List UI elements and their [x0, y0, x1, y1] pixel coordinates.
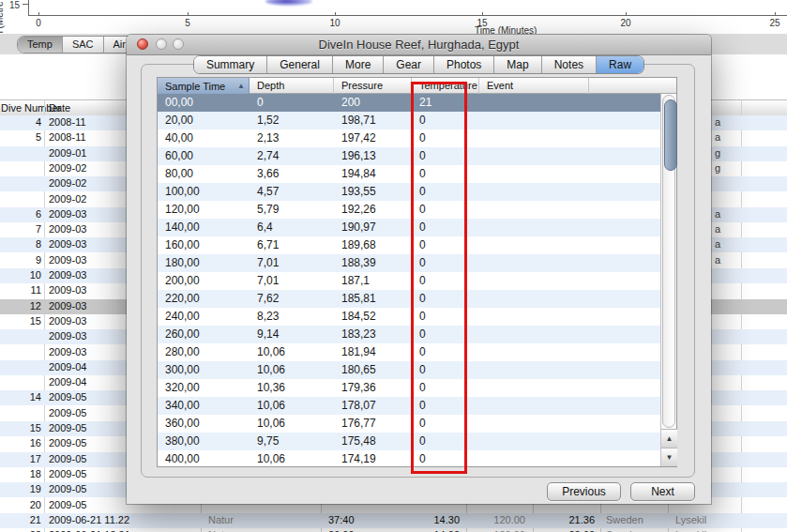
raw-sample-row[interactable]: 200,007,01187,10 — [158, 272, 660, 290]
dive-number-cell: 4 — [0, 116, 41, 128]
raw-sample-cell: 2,13 — [250, 129, 334, 147]
raw-sample-row[interactable]: 280,0010,06181,940 — [158, 343, 660, 361]
column-header-sample-time[interactable]: Sample Time ▲ — [158, 78, 250, 94]
dive-date-cell: 2009-03 — [49, 254, 86, 266]
tab-more[interactable]: More — [332, 56, 383, 73]
tab-general[interactable]: General — [266, 56, 332, 73]
previous-button[interactable]: Previous — [547, 482, 621, 501]
dive-list-col-date[interactable]: Date — [49, 102, 70, 114]
dive-number-cell: 6 — [0, 208, 41, 220]
raw-sample-cell — [479, 201, 589, 219]
raw-sample-cell: 6,71 — [250, 236, 334, 254]
dive-list-row[interactable]: 222009-06-21 13.31Natur36:0014.00120.002… — [0, 528, 787, 532]
raw-sample-cell — [589, 201, 660, 219]
raw-sample-cell: 6,4 — [250, 219, 334, 236]
vertical-scrollbar[interactable]: ▲ ▼ — [660, 94, 676, 466]
raw-sample-cell: 9,75 — [250, 433, 334, 450]
dive-date-cell: 2009-04 — [49, 376, 86, 388]
scroll-up-icon[interactable]: ▲ — [661, 429, 677, 448]
raw-sample-row[interactable]: 40,002,13197,420 — [158, 129, 660, 147]
raw-sample-cell — [479, 254, 589, 272]
raw-sample-row[interactable]: 360,0010,06176,770 — [158, 415, 660, 433]
raw-sample-cell: 184,52 — [334, 308, 412, 326]
tab-photos[interactable]: Photos — [433, 56, 493, 73]
dialog-titlebar[interactable]: DiveIn House Reef, Hurghada, Egypt — [127, 35, 711, 55]
column-header-depth[interactable]: Depth — [250, 78, 334, 94]
raw-sample-row[interactable]: 160,006,71189,680 — [158, 236, 660, 254]
raw-sample-row[interactable]: 00,00020021 — [158, 94, 660, 112]
raw-sample-row[interactable]: 60,002,74196,130 — [158, 147, 660, 165]
segment-sac[interactable]: SAC — [62, 37, 103, 53]
tab-summary[interactable]: Summary — [194, 56, 266, 73]
dive-number-cell: 21 — [0, 514, 41, 525]
tab-gear[interactable]: Gear — [383, 56, 433, 73]
column-header-pressure[interactable]: Pressure — [334, 78, 412, 94]
dive-list-cell: 120.00 — [469, 514, 525, 525]
scrollbar-thumb[interactable] — [664, 99, 677, 171]
raw-sample-cell — [589, 290, 660, 308]
raw-sample-cell — [589, 308, 660, 326]
raw-sample-cell — [479, 308, 589, 326]
dive-list-row[interactable]: 212009-06-21 11.22Natur37:4014.30120.002… — [0, 513, 787, 528]
dive-date-cell: 2009-05 — [49, 437, 86, 448]
raw-sample-cell — [589, 361, 660, 379]
dive-number-cell: 10 — [0, 269, 41, 281]
raw-sample-cell: 198,71 — [334, 112, 412, 129]
x-tick-mark — [38, 12, 39, 16]
raw-sample-row[interactable]: 120,005,79192,260 — [158, 201, 660, 219]
raw-sample-cell — [479, 147, 589, 165]
raw-sample-cell: 360,00 — [158, 415, 250, 433]
raw-sample-row[interactable]: 380,009,75175,480 — [158, 433, 660, 450]
dive-number-cell: 8 — [0, 238, 41, 250]
raw-sample-cell: 260,00 — [158, 326, 250, 343]
dive-date-cell: 2008-11 — [49, 131, 86, 143]
column-header-event[interactable]: Event — [479, 78, 589, 94]
raw-sample-row[interactable]: 240,008,23184,520 — [158, 308, 660, 326]
x-tick-label: 25 — [769, 18, 779, 28]
raw-sample-cell: 192,26 — [334, 201, 412, 219]
raw-sample-cell: 60,00 — [158, 147, 250, 165]
tab-raw[interactable]: Raw — [596, 56, 643, 73]
raw-sample-cell — [479, 236, 589, 254]
raw-sample-cell — [479, 165, 589, 183]
raw-sample-cell: 190,97 — [334, 219, 412, 236]
dive-number-cell: 16 — [0, 437, 41, 448]
tab-notes[interactable]: Notes — [541, 56, 596, 73]
raw-sample-cell — [589, 433, 660, 450]
x-tick-mark — [482, 12, 483, 16]
dive-number-cell: 20 — [0, 499, 41, 510]
raw-sample-row[interactable]: 140,006,4190,970 — [158, 219, 660, 236]
raw-sample-row[interactable]: 320,0010,36179,360 — [158, 379, 660, 397]
raw-sample-cell — [479, 397, 589, 415]
dive-date-cell: 2009-03 — [49, 284, 86, 296]
raw-sample-row[interactable]: 20,001,52198,710 — [158, 112, 660, 129]
x-tick-label: 10 — [329, 18, 340, 28]
raw-sample-row[interactable]: 80,003,66194,840 — [158, 165, 660, 183]
raw-sample-row[interactable]: 220,007,62185,810 — [158, 290, 660, 308]
raw-sample-row[interactable]: 340,0010,06178,070 — [158, 397, 660, 415]
scroll-down-icon[interactable]: ▼ — [661, 448, 677, 466]
dive-date-cell: 2009-05 — [49, 422, 86, 433]
raw-sample-cell: 380,00 — [158, 433, 250, 450]
raw-sample-cell: 40,00 — [158, 129, 250, 147]
raw-sample-cell: 188,39 — [334, 254, 412, 272]
next-button[interactable]: Next — [630, 482, 695, 501]
raw-sample-cell — [589, 272, 660, 290]
raw-sample-cell: 7,01 — [250, 254, 334, 272]
raw-sample-row[interactable]: 100,004,57193,550 — [158, 183, 660, 201]
segment-temp[interactable]: Temp — [18, 37, 62, 53]
raw-sample-cell — [589, 165, 660, 183]
raw-sample-row[interactable]: 260,009,14183,230 — [158, 326, 660, 343]
scrollbar-track[interactable] — [662, 95, 675, 428]
raw-sample-row[interactable]: 400,0010,06174,190 — [158, 450, 660, 466]
raw-sample-row[interactable]: 180,007,01188,390 — [158, 254, 660, 272]
raw-sample-cell: 7,01 — [250, 272, 334, 290]
raw-sample-row[interactable]: 300,0010,06180,650 — [158, 361, 660, 379]
dive-date-cell: 2009-02 — [49, 193, 86, 205]
screen: th (Metre 15 0510152025 Time (Minutes) T… — [0, 0, 787, 532]
raw-sample-cell — [479, 183, 589, 201]
tab-map[interactable]: Map — [493, 56, 540, 73]
dive-date-cell: 2009-01 — [49, 147, 86, 159]
raw-sample-cell: 196,13 — [334, 147, 412, 165]
raw-sample-cell: 100,00 — [158, 183, 250, 201]
